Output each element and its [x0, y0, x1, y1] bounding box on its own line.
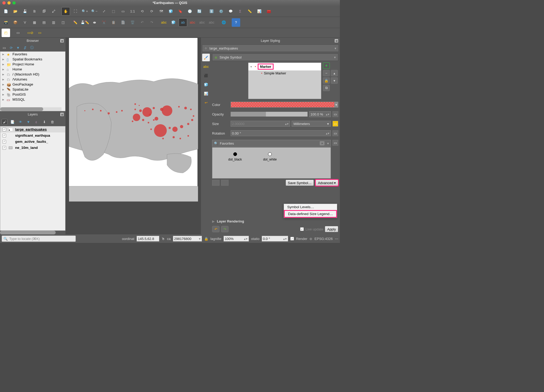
style-manager-icon[interactable]: 🖍: [49, 7, 58, 16]
data-source-manager-icon[interactable]: 🗃️: [2, 18, 10, 27]
rotation-dd-icon[interactable]: ▭: [332, 130, 338, 136]
renderer-selector[interactable]: ≣ Single Symbol ▾: [212, 54, 338, 61]
symbol-layer-tree[interactable]: ▾•Marker •Simple Marker: [248, 63, 321, 99]
select-feature-icon[interactable]: ◰: [2, 29, 10, 37]
copy-feature-icon[interactable]: 📋: [109, 18, 118, 27]
symbol-favorites-grid[interactable]: dot_black dot_white: [212, 147, 331, 179]
properties-browser-icon[interactable]: ⓘ: [29, 45, 34, 50]
save-symbol-button[interactable]: Save Symbol…: [286, 180, 314, 186]
new-map-view-icon[interactable]: 🗺: [157, 7, 165, 16]
paste-feature-icon[interactable]: 📄: [119, 18, 127, 27]
filter-icon[interactable]: ▭: [36, 29, 44, 37]
save-edits-icon[interactable]: 💾✏️: [81, 18, 89, 27]
size-dd-icon[interactable]: ▭: [332, 121, 338, 127]
browser-tree[interactable]: ▶★Favorites ▶▯Spatial Bookmarks ▶📁Projec…: [0, 51, 65, 111]
lock-symbol-icon[interactable]: 🔒: [323, 77, 330, 84]
web-icon[interactable]: 🌐: [220, 18, 228, 27]
add-mesh-icon[interactable]: ▤: [40, 18, 48, 27]
layers-tree[interactable]: ✓•large_earthquakes ✓significant_earthqu…: [0, 126, 65, 231]
symbol-search[interactable]: 🔍 Favorites ✕ ▾: [212, 140, 331, 147]
scale-field[interactable]: 298176800▾: [173, 236, 202, 242]
add-vector-icon[interactable]: V: [21, 18, 29, 27]
3d-tab-icon[interactable]: 🧊: [202, 81, 210, 88]
icon-view-icon[interactable]: [212, 180, 220, 186]
diagrams-tab-icon[interactable]: 📊: [202, 90, 210, 97]
labels-tab-icon[interactable]: abc: [202, 63, 210, 70]
layer-checkbox[interactable]: ✓: [2, 140, 6, 144]
menu-symbol-levels[interactable]: Symbol Levels…: [284, 204, 337, 210]
opacity-dd-icon[interactable]: ▭: [332, 111, 338, 117]
toggle-edit-icon[interactable]: ✏️: [71, 18, 80, 27]
layer-checkbox[interactable]: ✓: [2, 128, 6, 131]
crs-button[interactable]: EPSG:4326: [314, 237, 333, 241]
size-unit-selector[interactable]: Millimeters▾: [292, 121, 331, 127]
toolbox-icon[interactable]: 🧰: [265, 7, 273, 16]
messages-icon[interactable]: ⋯: [335, 237, 338, 241]
zoom-full-icon[interactable]: ⤢: [100, 7, 108, 16]
new-3d-icon[interactable]: 🧊: [166, 7, 175, 16]
identify-icon[interactable]: ℹ️: [207, 7, 216, 16]
remove-layer-icon[interactable]: 🗑: [49, 119, 55, 125]
pan-selection-icon[interactable]: ⛶: [71, 7, 80, 16]
collapse-browser-icon[interactable]: ⇵: [22, 45, 28, 50]
label-icon[interactable]: abc: [160, 18, 168, 27]
layers-scrollbar[interactable]: [0, 231, 56, 234]
layer-checkbox[interactable]: ✓: [2, 134, 6, 137]
duplicate-symbol-icon[interactable]: ⧉: [323, 85, 330, 91]
layer-rendering-section[interactable]: ▶ Layer Rendering: [212, 218, 338, 225]
new-geopackage-icon[interactable]: 📦: [11, 18, 20, 27]
crs-icon[interactable]: ⊕: [309, 237, 312, 241]
save-project-icon[interactable]: 💾: [21, 7, 29, 16]
nominal-icon[interactable]: 📊: [255, 7, 264, 16]
add-raster-icon[interactable]: ▦: [30, 18, 39, 27]
lock-scale-icon[interactable]: 🔒: [204, 237, 208, 241]
zoom-layer-icon[interactable]: ▭: [119, 7, 127, 16]
layer-styling-icon[interactable]: 🖌: [2, 119, 7, 125]
magnifier-field[interactable]: 100%▴▾: [223, 236, 249, 242]
zoom-last-icon[interactable]: ⟲: [138, 7, 146, 16]
zoom-native-icon[interactable]: 1:1: [128, 7, 137, 16]
move-up-icon[interactable]: ▴: [331, 70, 338, 76]
rotation-field[interactable]: 0.0 °▴▾: [262, 236, 288, 242]
help-icon[interactable]: ?: [232, 18, 240, 27]
measure-icon[interactable]: 📏: [245, 7, 254, 16]
refresh-browser-icon[interactable]: ⟳: [8, 45, 14, 50]
opacity-spinbox[interactable]: 100.0 %▴▾: [309, 111, 331, 117]
refresh-icon[interactable]: 🔄: [195, 7, 204, 16]
close-styling-icon[interactable]: ⊠: [335, 39, 338, 43]
style-manager-open-icon[interactable]: ▭: [332, 140, 338, 146]
size-spinbox[interactable]: 2.00000▴▾: [231, 121, 290, 127]
list-view-icon[interactable]: [221, 180, 229, 186]
zoom-window-icon[interactable]: [12, 1, 16, 5]
close-window-icon[interactable]: [2, 1, 6, 5]
minimize-window-icon[interactable]: [7, 1, 11, 5]
zoom-next-icon[interactable]: ⟳: [147, 7, 156, 16]
select-all-icon[interactable]: ▭⊘: [26, 29, 34, 37]
add-layer-icon[interactable]: ▭: [2, 45, 7, 50]
masks-tab-icon[interactable]: ⬛: [202, 72, 210, 79]
map-canvas[interactable]: [69, 38, 198, 201]
layout-manager-icon[interactable]: 🗐: [40, 7, 48, 16]
expand-all-icon[interactable]: ⬇: [41, 119, 47, 125]
locator-input[interactable]: 🔍 Type to locate (⌘K): [2, 235, 76, 242]
bookmark-icon[interactable]: 🔖: [176, 7, 185, 16]
add-symbol-layer-icon[interactable]: +: [323, 63, 330, 69]
close-layers-icon[interactable]: ⊠: [60, 113, 64, 116]
filter-layers-icon[interactable]: ▼: [25, 119, 31, 125]
color-picker[interactable]: ▾: [231, 102, 338, 108]
symbology-tab-icon[interactable]: 🖌️: [202, 54, 210, 61]
coordinate-field[interactable]: 145.5,62.8: [137, 236, 159, 242]
menu-dd-size-legend[interactable]: Data-defined Size Legend…: [284, 210, 337, 218]
mouse-toggle-icon[interactable]: 🖱: [161, 237, 165, 241]
advanced-button[interactable]: Advanced▾: [315, 180, 338, 186]
manage-visibility-icon[interactable]: 👁: [17, 119, 23, 125]
new-project-icon[interactable]: 📄: [2, 7, 10, 16]
move-down-icon[interactable]: ▾: [331, 77, 338, 84]
open-project-icon[interactable]: 📂: [11, 7, 20, 16]
label-move-icon[interactable]: abc: [207, 18, 216, 27]
layer-selector[interactable]: ⁘ large_earthquakes ▾: [202, 44, 339, 52]
close-browser-icon[interactable]: ⊠: [60, 39, 64, 43]
history-tab-icon[interactable]: ↩: [202, 99, 210, 106]
maptips-icon[interactable]: 💬: [226, 7, 235, 16]
delete-feature-icon[interactable]: 🗑️: [128, 18, 137, 27]
